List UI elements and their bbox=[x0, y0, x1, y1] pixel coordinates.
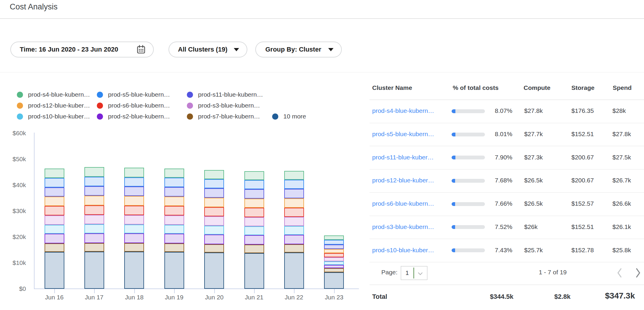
bar-segment[interactable] bbox=[204, 170, 224, 179]
bar-segment[interactable] bbox=[244, 180, 264, 189]
bar-segment[interactable] bbox=[84, 243, 104, 252]
bar-segment[interactable] bbox=[284, 180, 304, 189]
bar-segment[interactable] bbox=[84, 167, 104, 177]
legend-item[interactable]: prod-s10-blue-kuber… bbox=[17, 113, 90, 120]
bar-segment[interactable] bbox=[45, 252, 64, 289]
bar-segment[interactable] bbox=[284, 244, 304, 253]
bar-segment[interactable] bbox=[164, 252, 184, 289]
bar-segment[interactable] bbox=[124, 252, 144, 289]
legend-item[interactable]: prod-s4-blue-kubern… bbox=[17, 91, 90, 98]
bar-segment[interactable] bbox=[244, 171, 264, 180]
column-header[interactable]: Compute bbox=[524, 84, 550, 91]
time-range-filter[interactable]: Time: 16 Jun 2020 - 23 Jun 2020 bbox=[10, 42, 154, 57]
bar-segment[interactable] bbox=[244, 217, 264, 226]
bar-segment[interactable] bbox=[164, 197, 184, 206]
column-header[interactable]: % of total costs bbox=[453, 84, 498, 91]
bar-segment[interactable] bbox=[164, 169, 184, 178]
bar-segment[interactable] bbox=[324, 235, 344, 240]
legend-item[interactable]: prod-s11-blue-kubern… bbox=[187, 91, 263, 98]
bar-segment[interactable] bbox=[204, 253, 224, 289]
legend-item[interactable]: prod-s6-blue-kubern… bbox=[97, 102, 170, 109]
bar-segment[interactable] bbox=[284, 189, 304, 198]
next-page-button[interactable] bbox=[635, 267, 642, 280]
bar-segment[interactable] bbox=[84, 186, 104, 196]
column-header[interactable]: Storage bbox=[571, 84, 594, 91]
cluster-name-link[interactable]: prod-s12-blue-kuber… bbox=[372, 177, 434, 184]
bar-segment[interactable] bbox=[324, 257, 344, 261]
column-header[interactable]: Cluster Name bbox=[372, 84, 412, 91]
bar-segment[interactable] bbox=[284, 235, 304, 244]
bar-segment[interactable] bbox=[284, 198, 304, 208]
bar-segment[interactable] bbox=[124, 225, 144, 233]
prev-page-button[interactable] bbox=[616, 267, 623, 280]
page-select[interactable]: 1 bbox=[401, 266, 427, 280]
column-header[interactable]: Spend bbox=[613, 84, 632, 91]
bar-segment[interactable] bbox=[124, 187, 144, 196]
bar-segment[interactable] bbox=[204, 235, 224, 244]
bar-segment[interactable] bbox=[164, 215, 184, 225]
cluster-name-link[interactable]: prod-s10-blue-kuber… bbox=[372, 247, 434, 254]
bar-segment[interactable] bbox=[324, 268, 344, 272]
legend-item[interactable]: prod-s2-blue-kubern… bbox=[97, 113, 170, 120]
legend-item[interactable]: prod-s7-blue-kubern… bbox=[187, 113, 260, 120]
bar-segment[interactable] bbox=[204, 188, 224, 198]
bar-segment[interactable] bbox=[324, 245, 344, 249]
bar-segment[interactable] bbox=[45, 243, 64, 252]
bar-segment[interactable] bbox=[124, 196, 144, 206]
legend-item[interactable]: prod-s12-blue-kuber… bbox=[17, 102, 90, 109]
bar-segment[interactable] bbox=[124, 168, 144, 177]
bar-segment[interactable] bbox=[84, 196, 104, 205]
bar-segment[interactable] bbox=[244, 199, 264, 208]
bar-segment[interactable] bbox=[284, 171, 304, 180]
bar-segment[interactable] bbox=[124, 243, 144, 252]
bar-segment[interactable] bbox=[244, 253, 264, 289]
bar-segment[interactable] bbox=[284, 208, 304, 217]
bar-segment[interactable] bbox=[164, 178, 184, 187]
legend-item[interactable]: prod-s5-blue-kubern… bbox=[97, 91, 170, 98]
bar-segment[interactable] bbox=[124, 215, 144, 225]
bar-segment[interactable] bbox=[84, 233, 104, 243]
bar-segment[interactable] bbox=[204, 207, 224, 217]
bar-segment[interactable] bbox=[164, 243, 184, 252]
bar-segment[interactable] bbox=[45, 169, 64, 178]
bar-segment[interactable] bbox=[284, 253, 304, 289]
bar-segment[interactable] bbox=[244, 208, 264, 217]
bar-segment[interactable] bbox=[45, 225, 64, 234]
bar-segment[interactable] bbox=[164, 187, 184, 197]
bar-segment[interactable] bbox=[244, 189, 264, 199]
bar-segment[interactable] bbox=[164, 206, 184, 215]
bar-segment[interactable] bbox=[204, 226, 224, 235]
cluster-name-link[interactable]: prod-s6-blue-kubern… bbox=[372, 200, 434, 207]
bar-segment[interactable] bbox=[164, 234, 184, 243]
bar-segment[interactable] bbox=[324, 240, 344, 245]
bar-segment[interactable] bbox=[284, 217, 304, 226]
bar-segment[interactable] bbox=[84, 252, 104, 289]
group-by-filter[interactable]: Group By: Cluster bbox=[255, 42, 342, 57]
bar-segment[interactable] bbox=[324, 253, 344, 257]
bar-segment[interactable] bbox=[164, 225, 184, 234]
bar-segment[interactable] bbox=[324, 261, 344, 265]
bar-segment[interactable] bbox=[244, 245, 264, 253]
bar-segment[interactable] bbox=[84, 177, 104, 187]
bar-segment[interactable] bbox=[84, 205, 104, 215]
bar-segment[interactable] bbox=[84, 224, 104, 233]
cluster-name-link[interactable]: prod-s3-blue-kubern… bbox=[372, 223, 434, 230]
bar-segment[interactable] bbox=[45, 197, 64, 206]
bar-segment[interactable] bbox=[284, 226, 304, 235]
bar-segment[interactable] bbox=[124, 233, 144, 243]
bar-segment[interactable] bbox=[45, 215, 64, 225]
bar-segment[interactable] bbox=[204, 244, 224, 253]
bar-segment[interactable] bbox=[244, 235, 264, 245]
cluster-name-link[interactable]: prod-s4-blue-kubern… bbox=[372, 107, 434, 114]
bar-segment[interactable] bbox=[244, 226, 264, 235]
bar-segment[interactable] bbox=[45, 206, 64, 215]
bar-segment[interactable] bbox=[204, 179, 224, 189]
bar-segment[interactable] bbox=[204, 216, 224, 226]
bar-segment[interactable] bbox=[124, 206, 144, 215]
bar-segment[interactable] bbox=[324, 265, 344, 268]
bar-segment[interactable] bbox=[324, 272, 344, 289]
legend-item[interactable]: 10 more bbox=[272, 113, 306, 120]
legend-item[interactable]: prod-s3-blue-kubern… bbox=[187, 102, 260, 109]
cluster-name-link[interactable]: prod-s5-blue-kubern… bbox=[372, 131, 434, 138]
bar-segment[interactable] bbox=[84, 215, 104, 224]
